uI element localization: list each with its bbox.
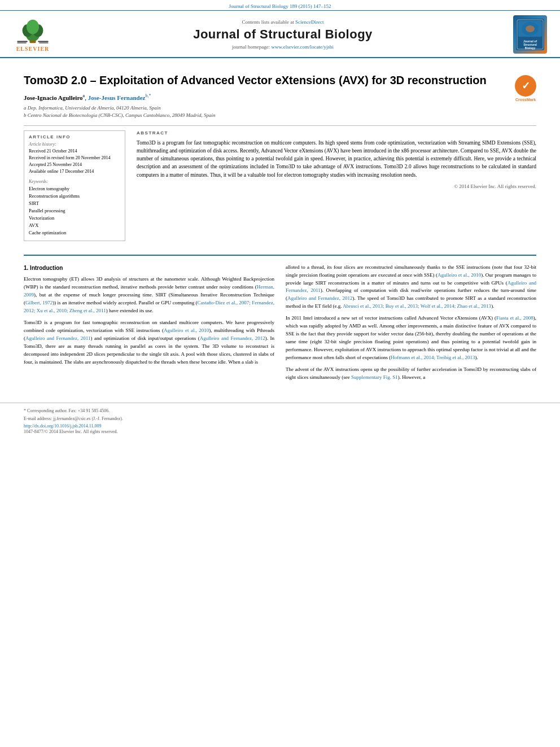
- body-col1-para2: Tomo3D is a program for fast tomographic…: [24, 319, 274, 366]
- author1-sup: a: [83, 93, 85, 98]
- svg-rect-8: [38, 41, 48, 42]
- ref-castano[interactable]: Castaño-Diez et al., 2007; Fernandez, 20…: [24, 300, 274, 313]
- svg-rect-7: [17, 42, 27, 43]
- article-info-col: ARTICLE INFO Article history: Received 2…: [24, 130, 125, 247]
- received-date: Received 21 October 2014: [29, 148, 120, 154]
- ref-agulleiro2012[interactable]: Agulleiro and Fernandez, 2012: [200, 335, 265, 341]
- author1-name: Jose-Ignacio Agulleiro: [24, 94, 83, 101]
- journal-top-bar: Journal of Structural Biology 189 (2015)…: [0, 0, 560, 11]
- keyword-1: Electron tomography: [29, 186, 120, 193]
- footer-issn: 1047-8477/© 2014 Elsevier Inc. All right…: [24, 429, 536, 434]
- page-footer: * Corresponding author. Fax: +34 91 585 …: [0, 403, 560, 438]
- abstract-heading: ABSTRACT: [137, 130, 536, 136]
- info-abstract-row: ARTICLE INFO Article history: Received 2…: [24, 130, 536, 247]
- elsevier-logo-area: ELSEVIER: [10, 18, 55, 52]
- svg-rect-9: [39, 42, 49, 43]
- page: Journal of Structural Biology 189 (2015)…: [0, 0, 560, 747]
- article-title: Tomo3D 2.0 – Exploitation of Advanced Ve…: [24, 73, 536, 88]
- abstract-text: Tomo3D is a program for fast tomographic…: [137, 139, 536, 179]
- elsevier-tree-icon: [16, 18, 50, 45]
- journal-homepage: journal homepage: www.elsevier.com/locat…: [55, 44, 510, 50]
- jsb-logo-area: Journal of Structural Biology: [510, 15, 550, 54]
- svg-rect-5: [29, 40, 36, 43]
- svg-rect-6: [17, 41, 27, 42]
- article-info-heading: ARTICLE INFO: [29, 134, 120, 139]
- footer-corresponding: * Corresponding author. Fax: +34 91 585 …: [24, 408, 536, 414]
- section1-heading: 1. Introduction: [24, 264, 274, 273]
- affil-a: a Dep. Informatica, Universidad de Almer…: [24, 104, 536, 112]
- jsb-logo-graphic: Journal of Structural Biology: [516, 19, 544, 50]
- body-col2-para1: alloted to a thread, its four slices are…: [286, 264, 536, 311]
- header-band: ELSEVIER Contents lists available at Sci…: [0, 11, 560, 58]
- ref-agulleiro2010[interactable]: Agulleiro et al., 2010: [164, 327, 209, 333]
- keyword-7: Cache optimization: [29, 230, 120, 237]
- ref-herman[interactable]: Herman, 2009: [24, 284, 274, 298]
- copyright-line: © 2014 Elsevier Inc. All rights reserved…: [137, 184, 536, 189]
- ref-agulleiro2012b[interactable]: Agulleiro and Fernandez, 2012: [287, 295, 353, 301]
- crossmark-badge: ✓ CrossMark: [515, 75, 536, 102]
- svg-point-14: [526, 25, 535, 32]
- ref-agulleiro2011b[interactable]: Agulleiro and Fernandez, 2011: [286, 280, 536, 294]
- svg-text:Biology: Biology: [525, 46, 536, 50]
- divider-1: [24, 125, 536, 126]
- footer-email: E-mail address: jj.fernandez@csic.es (J.…: [24, 416, 536, 422]
- keyword-2: Reconstruction algorithms: [29, 193, 120, 200]
- sciencedirect-link[interactable]: ScienceDirect: [295, 19, 323, 25]
- ref-gilbert[interactable]: Gilbert, 1972: [25, 300, 53, 305]
- affiliations: a Dep. Informatica, Universidad de Almer…: [24, 104, 536, 120]
- body-col2-para2: In 2011 Intel introduced a new set of ve…: [286, 314, 536, 362]
- and-text: and: [522, 347, 529, 352]
- keywords-label: Keywords:: [29, 179, 120, 184]
- main-content: ✓ CrossMark Tomo3D 2.0 – Exploitation of…: [0, 58, 560, 395]
- keyword-5: Vectorization: [29, 215, 120, 222]
- header-center: Contents lists available at ScienceDirec…: [55, 19, 510, 50]
- body-columns: 1. Introduction Electron tomography (ET)…: [24, 264, 536, 386]
- body-col-left: 1. Introduction Electron tomography (ET)…: [24, 264, 274, 386]
- svg-point-4: [27, 19, 39, 34]
- ref-agulleiro2010b[interactable]: Agulleiro et al., 2010: [438, 272, 481, 278]
- ref-agulleiro2011[interactable]: Agulleiro and Fernandez, 2011: [25, 335, 91, 341]
- keyword-6: AVX: [29, 222, 120, 229]
- received-revised-date: Received in revised form 20 November 201…: [29, 155, 120, 161]
- body-col-right: alloted to a thread, its four slices are…: [286, 264, 536, 386]
- abstract-col: ABSTRACT Tomo3D is a program for fast to…: [137, 130, 536, 247]
- sciencedirect-line: Contents lists available at ScienceDirec…: [55, 19, 510, 25]
- jsb-logo-box: Journal of Structural Biology: [513, 15, 547, 54]
- keyword-4: Parallel processing: [29, 208, 120, 215]
- journal-citation: Journal of Structural Biology 189 (2015)…: [229, 3, 331, 9]
- affil-b: b Centro Nacional de Biotecnologia (CNB-…: [24, 112, 536, 120]
- available-date: Available online 17 December 2014: [29, 168, 120, 174]
- author2-sup: b,*: [145, 93, 151, 98]
- author2-name: Jose-Jesus Fernandez: [88, 94, 146, 101]
- body-divider: [24, 255, 536, 256]
- history-label: Article history:: [29, 142, 120, 147]
- ref-supp-fig[interactable]: Supplementary Fig. S1: [351, 374, 398, 380]
- keywords-section: Keywords: Electron tomography Reconstruc…: [29, 179, 120, 236]
- authors-line: Jose-Ignacio Agulleiroa, Jose-Jesus Fern…: [24, 93, 536, 101]
- title-area: ✓ CrossMark Tomo3D 2.0 – Exploitation of…: [24, 73, 536, 88]
- keyword-3: SIRT: [29, 200, 120, 207]
- body-col1-para1: Electron tomography (ET) allows 3D analy…: [24, 276, 274, 315]
- journal-title: Journal of Structural Biology: [55, 27, 510, 42]
- ref-abrusci[interactable]: Abrusci et al., 2013; Buy et al., 2013; …: [343, 303, 491, 309]
- footer-doi[interactable]: http://dx.doi.org/10.1016/j.jsb.2014.11.…: [24, 423, 536, 429]
- ref-fiasta[interactable]: Fiasta et al., 2008: [496, 315, 533, 321]
- accepted-date: Accepted 25 November 2014: [29, 161, 120, 168]
- homepage-link[interactable]: www.elsevier.com/locate/yjsbi: [272, 44, 334, 50]
- body-col2-para3: The advent of the AVX instructions opens…: [286, 366, 536, 382]
- elsevier-logo: ELSEVIER: [16, 18, 50, 52]
- ref-hofmann[interactable]: Hofmann et al., 2014; Treibig et al., 20…: [391, 355, 475, 360]
- article-info-box: ARTICLE INFO Article history: Received 2…: [24, 130, 125, 241]
- elsevier-brand-text: ELSEVIER: [16, 46, 50, 52]
